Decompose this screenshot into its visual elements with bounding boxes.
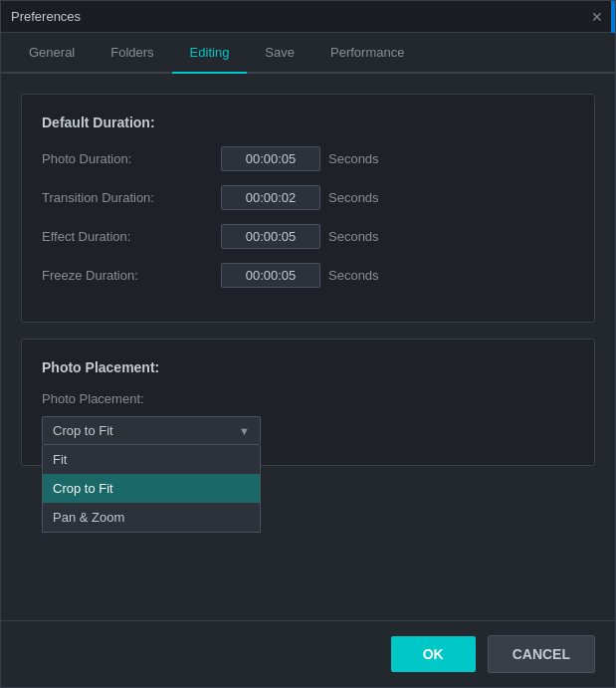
effect-duration-label: Effect Duration: bbox=[42, 229, 221, 244]
tab-save[interactable]: Save bbox=[247, 33, 312, 72]
photo-placement-dropdown[interactable]: Crop to Fit ▼ Fit Crop to Fit Pan & Zoom bbox=[42, 416, 261, 445]
tab-performance[interactable]: Performance bbox=[312, 33, 422, 72]
title-bar: Preferences ✕ bbox=[1, 1, 615, 33]
dropdown-item-pan-zoom[interactable]: Pan & Zoom bbox=[43, 503, 260, 532]
effect-duration-input[interactable] bbox=[221, 224, 320, 249]
window-title: Preferences bbox=[11, 9, 81, 24]
transition-duration-unit: Seconds bbox=[328, 190, 379, 205]
default-duration-section: Default Duration: Photo Duration: Second… bbox=[21, 94, 595, 323]
cancel-button[interactable]: CANCEL bbox=[488, 635, 595, 673]
tab-bar: General Folders Editing Save Performance bbox=[1, 33, 615, 74]
tab-editing[interactable]: Editing bbox=[172, 33, 248, 74]
photo-duration-label: Photo Duration: bbox=[42, 151, 221, 166]
effect-duration-unit: Seconds bbox=[328, 229, 379, 244]
photo-placement-section: Photo Placement: Photo Placement: Crop t… bbox=[21, 339, 595, 466]
transition-duration-row: Transition Duration: Seconds bbox=[42, 185, 574, 210]
photo-duration-row: Photo Duration: Seconds bbox=[42, 146, 574, 171]
dropdown-item-fit[interactable]: Fit bbox=[43, 445, 260, 474]
transition-duration-input[interactable] bbox=[221, 185, 320, 210]
transition-duration-label: Transition Duration: bbox=[42, 190, 221, 205]
tab-folders[interactable]: Folders bbox=[93, 33, 171, 72]
chevron-down-icon: ▼ bbox=[239, 425, 250, 437]
dropdown-selected-text: Crop to Fit bbox=[53, 423, 113, 438]
effect-duration-row: Effect Duration: Seconds bbox=[42, 224, 574, 249]
blue-accent-bar bbox=[611, 1, 615, 33]
freeze-duration-label: Freeze Duration: bbox=[42, 268, 221, 283]
dropdown-selected-value[interactable]: Crop to Fit ▼ bbox=[42, 416, 261, 445]
freeze-duration-row: Freeze Duration: Seconds bbox=[42, 263, 574, 288]
close-button[interactable]: ✕ bbox=[589, 9, 605, 25]
preferences-window: Preferences ✕ General Folders Editing Sa… bbox=[0, 0, 616, 688]
photo-placement-field-label: Photo Placement: bbox=[42, 391, 574, 406]
dropdown-item-crop-to-fit[interactable]: Crop to Fit bbox=[43, 474, 260, 503]
photo-placement-title: Photo Placement: bbox=[42, 359, 574, 375]
dropdown-menu: Fit Crop to Fit Pan & Zoom bbox=[42, 445, 261, 533]
default-duration-title: Default Duration: bbox=[42, 115, 574, 130]
freeze-duration-unit: Seconds bbox=[328, 268, 379, 283]
photo-duration-unit: Seconds bbox=[328, 151, 379, 166]
ok-button[interactable]: OK bbox=[391, 636, 476, 672]
footer: OK CANCEL bbox=[1, 620, 615, 687]
photo-duration-input[interactable] bbox=[221, 146, 320, 171]
content-area: Default Duration: Photo Duration: Second… bbox=[1, 74, 615, 620]
freeze-duration-input[interactable] bbox=[221, 263, 320, 288]
tab-general[interactable]: General bbox=[11, 33, 93, 72]
